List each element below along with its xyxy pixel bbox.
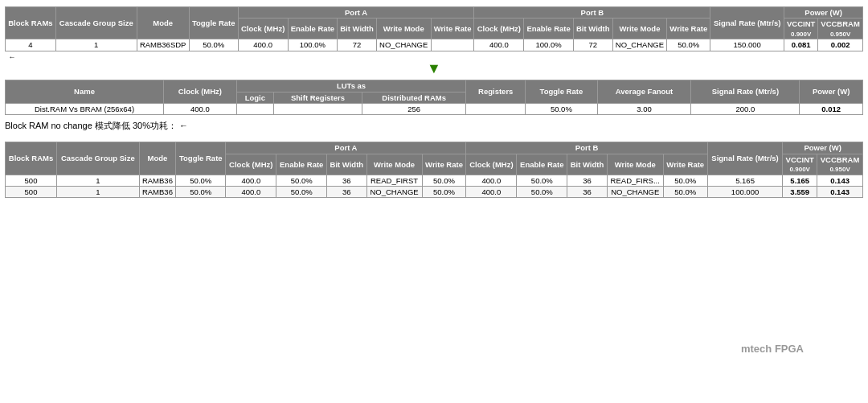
table3: Block RAMs Cascade Group Size Mode Toggl… (5, 142, 863, 198)
col-writerate-b: Write Rate (667, 19, 710, 39)
t2-power: 0.012 (800, 103, 863, 114)
t3-toggle-2: 50.0% (176, 187, 226, 198)
watermark-text: mtech FPGA (741, 343, 804, 355)
t2-logic (236, 103, 273, 114)
t3-bit-b-2: 36 (567, 187, 607, 198)
col-writemode-a: Write Mode (376, 19, 431, 39)
t2-col-togglerate: Toggle Rate (526, 80, 598, 104)
col-clock-b: Clock (MHz) (474, 19, 524, 39)
col-enable-a: Enable Rate (288, 19, 338, 39)
t3-porta-header: Port A (226, 142, 466, 154)
t3-clock-b-2: 400.0 (466, 187, 517, 198)
t3-writemode-a-2: NO_CHANGE (366, 187, 422, 198)
note-text: Block RAM no change 模式降低 30%功耗： ← (5, 120, 863, 132)
t3-col-writemode-b: Write Mode (607, 154, 663, 175)
col-writemode-b: Write Mode (612, 19, 667, 39)
table2: Name Clock (MHz) LUTs as Registers Toggl… (5, 80, 863, 115)
t3-col-blockrams: Block RAMs (6, 142, 57, 175)
t1-enable-b: 100.0% (524, 39, 574, 51)
t1-blockrams: 4 (6, 39, 56, 51)
t3-col-signalrate: Signal Rate (Mtr/s) (707, 142, 783, 175)
t1-bit-b: 72 (574, 39, 612, 51)
t1-clock-a: 400.0 (238, 39, 288, 51)
col-clock-a: Clock (MHz) (238, 19, 288, 39)
t3-col-toggle: Toggle Rate (176, 142, 226, 175)
t3-col-bit-a: Bit Width (327, 154, 366, 175)
t2-distrams: 256 (362, 103, 466, 114)
t3-bit-b-1: 36 (567, 175, 607, 186)
t3-mode-1: RAMB36 (139, 175, 176, 186)
t3-mode-2: RAMB36 (139, 187, 176, 198)
t2-col-power: Power (W) (800, 80, 863, 104)
col-bit-a: Bit Width (338, 19, 376, 39)
t2-col-avgfanout: Average Fanout (597, 80, 691, 104)
t1-writerate-a (431, 39, 474, 51)
col-vccbram: VCCBRAM 0.950V (818, 19, 863, 39)
t3-cascade-1: 1 (57, 175, 140, 186)
t3-writemode-a-1: READ_FIRST (366, 175, 422, 186)
t3-writerate-b-1: 50.0% (663, 175, 707, 186)
t3-power-header: Power (W) (783, 142, 863, 154)
t3-vccbram-1: 0.143 (817, 175, 863, 186)
col-bit-b: Bit Width (574, 19, 612, 39)
power-header: Power (W) (784, 7, 863, 19)
t2-col-registers: Registers (466, 80, 526, 104)
t1-vccbram: 0.002 (818, 39, 863, 51)
t3-bit-a-2: 36 (327, 187, 366, 198)
col-mode: Mode (137, 7, 189, 39)
table3-container: Block RAMs Cascade Group Size Mode Toggl… (5, 142, 863, 198)
col-enable-b: Enable Rate (524, 19, 574, 39)
t1-writemode-b: NO_CHANGE (612, 39, 667, 51)
col-signalrate: Signal Rate (Mtr/s) (710, 7, 784, 39)
t2-col-name: Name (6, 80, 164, 104)
t3-vccint-1: 5.165 (783, 175, 817, 186)
portb-header: Port B (474, 7, 710, 19)
t3-writerate-b-2: 50.0% (663, 187, 707, 198)
t3-writemode-b-1: READ_FIRS... (607, 175, 663, 186)
t1-writemode-a: NO_CHANGE (376, 39, 431, 51)
t1-enable-a: 100.0% (288, 39, 338, 51)
t2-clock: 400.0 (164, 103, 237, 114)
t1-toggle: 50.0% (189, 39, 238, 51)
col-vccint: VCCINT 0.900V (784, 19, 818, 39)
t3-enable-a-1: 50.0% (276, 175, 327, 186)
table1-container: Block RAMs Cascade Group Size Mode Toggl… (5, 6, 863, 76)
col-blockrams: Block RAMs (6, 7, 56, 39)
col-toggle: Toggle Rate (189, 7, 238, 39)
t3-col-writerate-b: Write Rate (663, 154, 707, 175)
t3-signalrate-2: 100.000 (707, 187, 783, 198)
table2-container: Name Clock (MHz) LUTs as Registers Toggl… (5, 80, 863, 115)
t3-col-clock-b: Clock (MHz) (466, 154, 517, 175)
t3-writerate-a-2: 50.0% (422, 187, 466, 198)
t1-mode: RAMB36SDP (137, 39, 189, 51)
t2-col-logic: Logic (236, 92, 273, 103)
col-writerate-a: Write Rate (431, 19, 474, 39)
t2-toggle: 50.0% (526, 103, 598, 114)
t3-cascade-2: 1 (57, 187, 140, 198)
t1-writerate-b: 50.0% (667, 39, 710, 51)
t2-name: Dist.RAM Vs BRAM (256x64) (6, 103, 164, 114)
t3-enable-b-1: 50.0% (517, 175, 567, 186)
t3-col-cascade: Cascade Group Size (57, 142, 140, 175)
t3-col-enable-a: Enable Rate (276, 154, 327, 175)
t3-writemode-b-2: NO_CHANGE (607, 187, 663, 198)
t3-bit-a-1: 36 (327, 175, 366, 186)
t3-vccbram-2: 0.143 (817, 187, 863, 198)
t2-col-shift: Shift Registers (274, 92, 362, 103)
t3-col-writemode-a: Write Mode (366, 154, 422, 175)
t3-vccint-2: 3.559 (783, 187, 817, 198)
t2-registers (466, 103, 526, 114)
t3-enable-a-2: 50.0% (276, 187, 327, 198)
page-wrapper: Block RAMs Cascade Group Size Mode Toggl… (0, 0, 868, 204)
t3-col-mode: Mode (139, 142, 176, 175)
t3-clock-a-2: 400.0 (226, 187, 276, 198)
table1-arrow-row: ← ▼ (6, 51, 863, 76)
t3-col-vccbram: VCCBRAM 0.950V (817, 154, 863, 175)
t1-clock-b: 400.0 (474, 39, 524, 51)
t3-writerate-a-1: 50.0% (422, 175, 466, 186)
t1-cascade: 1 (55, 39, 137, 51)
porta-header: Port A (238, 7, 474, 19)
t2-signalrate: 200.0 (691, 103, 800, 114)
t1-signalrate: 150.000 (710, 39, 784, 51)
col-cascade: Cascade Group Size (55, 7, 137, 39)
